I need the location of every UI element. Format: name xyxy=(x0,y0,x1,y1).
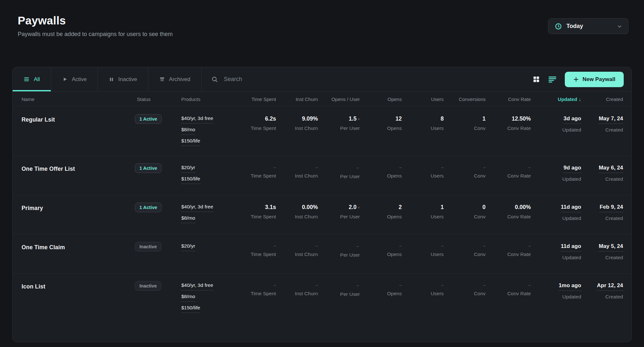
list-lines-icon xyxy=(24,76,30,82)
metric-created: Feb 9, 24Created xyxy=(581,204,623,221)
metric-time-spent: –Time Spent xyxy=(234,282,276,297)
metric-inst-churn: –Inst Churn xyxy=(276,243,318,257)
search-input[interactable] xyxy=(224,76,523,83)
metric-opens-per-user: –Per User xyxy=(318,165,360,179)
metric-updated: 1mo agoUpdated xyxy=(531,282,581,300)
table-header-row: Name Status Products Time Spent Inst Chu… xyxy=(13,92,631,106)
col-header-time-spent[interactable]: Time Spent xyxy=(234,96,276,102)
grid-view-button[interactable] xyxy=(533,76,540,83)
new-paywall-label: New Paywall xyxy=(582,76,615,83)
metric-inst-churn: –Inst Churn xyxy=(276,165,318,179)
product-item[interactable]: $20/yr xyxy=(181,243,195,251)
metric-created: May 5, 24Created xyxy=(581,243,623,260)
product-item[interactable]: $8/mo xyxy=(181,127,195,135)
plus-icon xyxy=(573,77,579,82)
metric-conv-rate: –Conv Rate xyxy=(486,165,531,179)
table-row[interactable]: Icon List Inactive $40/yr, 3d free $8/mo… xyxy=(13,273,631,323)
metric-created: May 6, 24Created xyxy=(581,165,623,182)
paywall-name: One Time Claim xyxy=(22,243,135,251)
product-item[interactable]: $40/yr, 3d free xyxy=(181,204,213,212)
metric-conv-rate: 12.50%Conv Rate xyxy=(486,115,531,131)
col-header-opens-user[interactable]: Opens / User xyxy=(318,96,360,102)
new-paywall-button[interactable]: New Paywall xyxy=(565,72,624,87)
col-header-opens[interactable]: Opens xyxy=(360,96,402,102)
metric-created: Apr 12, 24Created xyxy=(581,282,623,300)
products-list: $20/yr xyxy=(176,243,234,254)
col-header-inst-churn[interactable]: Inst Churn xyxy=(276,96,318,102)
time-filter-value: Today xyxy=(566,23,617,30)
products-list: $40/yr, 3d free $8/mo $150/life xyxy=(176,282,234,316)
page-header: Paywalls Paywalls must be added to campa… xyxy=(0,0,644,38)
time-filter-dropdown[interactable]: Today xyxy=(548,18,629,34)
metric-opens: 2Opens xyxy=(360,204,402,220)
col-header-users[interactable]: Users xyxy=(402,96,444,102)
metric-conv-rate: –Conv Rate xyxy=(486,243,531,257)
table-row[interactable]: One Time Offer List 1 Active $20/yr $150… xyxy=(13,156,631,195)
product-item[interactable]: $20/yr xyxy=(181,165,195,173)
table-row[interactable]: Regular Lsit 1 Active $40/yr, 3d free $8… xyxy=(13,106,631,156)
col-header-conversions[interactable]: Conversions xyxy=(444,96,486,102)
list-view-button[interactable] xyxy=(548,76,556,83)
products-list: $40/yr, 3d free $8/mo $150/life xyxy=(176,115,234,149)
play-icon xyxy=(62,77,68,82)
metric-time-spent: 6.2sTime Spent xyxy=(234,115,276,131)
col-header-products[interactable]: Products xyxy=(176,96,234,102)
paywalls-card: All Active Inactive Archived xyxy=(12,67,632,342)
metric-users: –Users xyxy=(402,243,444,257)
metric-time-spent: 3.1sTime Spent xyxy=(234,204,276,220)
tab-inactive[interactable]: Inactive xyxy=(98,67,148,91)
metric-opens-per-user: 1.5×Per User xyxy=(318,115,360,131)
metric-time-spent: –Time Spent xyxy=(234,243,276,257)
tab-all-label: All xyxy=(34,76,40,83)
metric-users: 8Users xyxy=(402,115,444,131)
product-item[interactable]: $8/mo xyxy=(181,215,195,223)
metric-updated: 9d agoUpdated xyxy=(531,165,581,182)
col-header-updated[interactable]: Updated↓ xyxy=(531,96,581,102)
view-toggles xyxy=(533,67,565,91)
product-item[interactable]: $8/mo xyxy=(181,294,195,302)
status-badge: Inactive xyxy=(135,242,161,251)
metric-opens-per-user: 2.0×Per User xyxy=(318,204,360,220)
col-header-status[interactable]: Status xyxy=(135,96,176,102)
paywall-name: Regular Lsit xyxy=(22,115,135,123)
product-item[interactable]: $40/yr, 3d free xyxy=(181,115,213,123)
archive-icon xyxy=(159,77,165,82)
table-row[interactable]: Primary 1 Active $40/yr, 3d free $8/mo 3… xyxy=(13,195,631,234)
tab-active-label: Active xyxy=(72,76,87,83)
product-item[interactable]: $150/life xyxy=(181,176,200,184)
status-badge: Inactive xyxy=(135,281,161,291)
metric-conversions: 0Conv xyxy=(444,204,486,220)
col-header-name[interactable]: Name xyxy=(22,96,135,102)
metric-updated: 3d agoUpdated xyxy=(531,115,581,133)
col-header-conv-rate[interactable]: Conv Rate xyxy=(486,96,531,102)
metric-time-spent: –Time Spent xyxy=(234,165,276,179)
metric-users: –Users xyxy=(402,282,444,297)
search-box xyxy=(202,67,533,91)
product-item[interactable]: $150/life xyxy=(181,138,200,146)
metric-updated: 11d agoUpdated xyxy=(531,243,581,260)
clock-icon xyxy=(555,23,562,30)
metric-opens: –Opens xyxy=(360,282,402,297)
metric-inst-churn: 0.00%Inst Churn xyxy=(276,204,318,220)
products-list: $20/yr $150/life xyxy=(176,165,234,187)
grid-view-icon xyxy=(533,76,540,83)
product-item[interactable]: $150/life xyxy=(181,305,200,313)
product-item[interactable]: $40/yr, 3d free xyxy=(181,282,213,290)
metric-opens-per-user: –Per User xyxy=(318,243,360,258)
paywall-name: One Time Offer List xyxy=(22,165,135,172)
search-icon xyxy=(211,76,218,83)
col-header-created[interactable]: Created xyxy=(581,96,623,102)
tab-archived[interactable]: Archived xyxy=(148,67,202,91)
products-list: $40/yr, 3d free $8/mo xyxy=(176,204,234,226)
tab-bar: All Active Inactive Archived xyxy=(13,67,631,92)
tab-active[interactable]: Active xyxy=(51,67,98,91)
metric-opens: –Opens xyxy=(360,243,402,257)
status-badge: 1 Active xyxy=(135,163,162,173)
metric-conversions: 1Conv xyxy=(444,115,486,131)
table-row[interactable]: One Time Claim Inactive $20/yr –Time Spe… xyxy=(13,234,631,273)
metric-conversions: –Conv xyxy=(444,165,486,179)
tab-all[interactable]: All xyxy=(13,67,51,91)
sort-down-icon: ↓ xyxy=(579,96,581,102)
tab-archived-label: Archived xyxy=(169,76,190,83)
metric-inst-churn: 9.09%Inst Churn xyxy=(276,115,318,131)
